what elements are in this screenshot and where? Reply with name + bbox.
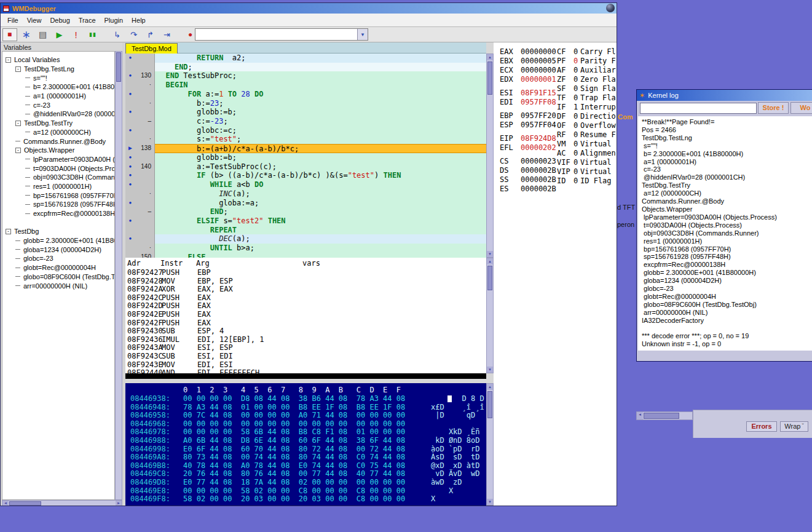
gutter-cell[interactable]: ●: [125, 199, 155, 208]
word-wrap-button[interactable]: Wo: [790, 102, 812, 114]
gutter-cell[interactable]: [125, 226, 155, 235]
tree-item[interactable]: arr=00000000H (NIL): [2, 281, 114, 290]
hex-row[interactable]: 084469D8:E0 77 44 08 18 7A 44 08 02 00 0…: [125, 478, 486, 487]
menu-plugin[interactable]: Plugin: [100, 15, 128, 26]
collapse-box-icon[interactable]: -: [6, 229, 11, 234]
tree-item[interactable]: -TestDbg.TestLng: [2, 65, 114, 74]
settings-button[interactable]: ∗: [19, 28, 34, 41]
disasm-row[interactable]: 08F9242AXOREAX, EAX: [125, 285, 486, 294]
scroll-thumb[interactable]: [487, 62, 492, 95]
code-line[interactable]: · s:="test";: [125, 135, 486, 144]
scroll-right-icon[interactable]: ►: [116, 501, 122, 506]
gutter-cell[interactable]: ●140: [125, 162, 155, 172]
print-button[interactable]: ▤: [36, 28, 50, 41]
scroll-thumb[interactable]: [9, 501, 41, 506]
scroll-up-icon[interactable]: ▲: [487, 258, 493, 264]
code-line[interactable]: ● globb:=b;: [125, 108, 486, 117]
code-line[interactable]: ● RETURN a2;: [125, 54, 486, 63]
hex-row[interactable]: 08446978:00 00 00 00 58 6B 44 08 B8 C8 F…: [125, 428, 486, 437]
gutter-cell[interactable]: ●: [125, 153, 155, 162]
gutter-cell[interactable]: ●: [125, 180, 155, 189]
tree-hscrollbar[interactable]: ◄ ►: [2, 500, 122, 506]
tree-scrollbar[interactable]: [115, 51, 122, 500]
scroll-left-icon[interactable]: ◄: [637, 412, 643, 419]
code-line[interactable]: · b:=23;: [125, 99, 486, 108]
code-line[interactable]: ● WHILE a<b DO: [125, 180, 486, 189]
gutter-cell[interactable]: –: [125, 117, 155, 126]
step-into-button[interactable]: ↳: [110, 28, 125, 41]
tree-item[interactable]: excpfrm=Rec@00000138H: [2, 209, 114, 218]
tree-item[interactable]: obj=0903C3D8H (Commands.Runner): [2, 173, 114, 182]
gutter-cell[interactable]: ·: [125, 81, 155, 90]
tree-item[interactable]: -Local Variables: [2, 55, 114, 65]
store-button[interactable]: Store !: [758, 102, 789, 114]
gutter-cell[interactable]: ·: [125, 189, 155, 199]
errors-button[interactable]: Errors: [746, 421, 777, 432]
tree-item[interactable]: globt=Rec@00000004H: [2, 263, 114, 272]
scroll-thumb[interactable]: [487, 266, 492, 290]
tree-item[interactable]: -Objects.Wrapper: [2, 146, 114, 155]
disasm-row[interactable]: 08F9242CPUSHEAX: [125, 294, 486, 303]
tree-item[interactable]: -TestDbg.TestTry: [2, 119, 114, 128]
scroll-up-icon[interactable]: ▲: [487, 384, 493, 390]
code-scrollbar[interactable]: ▲ ▼: [486, 54, 494, 258]
step-over-button[interactable]: ↷: [127, 28, 141, 41]
wrap-button[interactable]: Wrapˇ: [780, 421, 808, 432]
code-line[interactable]: ● ELSIF s="test2" THEN: [125, 216, 486, 226]
tree-item[interactable]: lpParameter=0903DA00H (Objects.Process): [2, 155, 114, 164]
tree-item[interactable]: a=12 (0000000CH): [2, 128, 114, 137]
code-line[interactable]: · UNTIL b>a;: [125, 244, 486, 253]
code-line[interactable]: · BEGIN: [125, 81, 486, 90]
window-sphere-icon[interactable]: [606, 4, 615, 12]
menu-view[interactable]: View: [23, 15, 46, 26]
log-filter-input[interactable]: [640, 103, 757, 114]
tree-item[interactable]: sp=156761928 (0957FF48H): [2, 200, 114, 209]
scroll-up-icon[interactable]: ▲: [487, 54, 493, 60]
kernel-log-title-bar[interactable]: ✶ Kernel log: [637, 90, 812, 101]
hex-row[interactable]: 084469E8:00 00 00 00 58 02 00 00 C8 00 0…: [125, 487, 486, 496]
menu-trace[interactable]: Trace: [74, 15, 100, 26]
scroll-left-icon[interactable]: ◄: [2, 501, 9, 506]
menu-debug[interactable]: Debug: [45, 15, 74, 26]
tree-item[interactable]: @hiddenIRVar0=28 (0000001CH): [2, 109, 114, 119]
code-line[interactable]: ●130 END TestSubProc;: [125, 71, 486, 81]
pause-button[interactable]: ▮▮: [85, 28, 100, 41]
code-line[interactable]: ● FOR a:=1 TO 28 DO: [125, 90, 486, 99]
tree-item[interactable]: bp=156761968 (0957FF70H): [2, 191, 114, 200]
disasm-row[interactable]: 08F9243AMOVESI, ESP: [125, 344, 486, 352]
command-combobox[interactable]: ▼: [195, 28, 368, 41]
tree-item[interactable]: a=1 (00000001H): [2, 92, 114, 101]
collapse-box-icon[interactable]: -: [15, 148, 21, 153]
hex-row[interactable]: 08446938:00 00 00 00 D8 08 44 08 38 B6 4…: [125, 395, 486, 403]
gutter-cell[interactable]: ·: [125, 99, 155, 108]
hex-cursor[interactable]: [447, 395, 452, 402]
gutter-cell[interactable]: ●: [125, 126, 155, 135]
code-line[interactable]: · INC(a);: [125, 189, 486, 199]
scroll-down-icon[interactable]: ▼: [487, 499, 493, 505]
code-line[interactable]: ● DEC(a);: [125, 234, 486, 244]
code-line[interactable]: END;: [125, 63, 486, 72]
scroll-thumb[interactable]: [644, 413, 679, 419]
menu-help[interactable]: Help: [127, 15, 150, 26]
background-window-hscrollbar[interactable]: ◄: [636, 411, 693, 420]
code-line[interactable]: ● IF (b> ((a-b)/c*a-(a-b)/b*c) )&(s="tes…: [125, 171, 486, 180]
code-line[interactable]: ●140 a:=TestSubProc(c);: [125, 162, 486, 172]
hex-row[interactable]: 08446988:A0 6B 44 08 D8 6E 44 08 60 6F 4…: [125, 437, 486, 445]
tree-item[interactable]: Commands.Runner.@Body: [2, 137, 114, 146]
gutter-cell[interactable]: ●: [125, 216, 155, 226]
gutter-cell[interactable]: ●: [125, 171, 155, 180]
tree-item[interactable]: t=0903DA00H (Objects.Process): [2, 164, 114, 173]
tree-item[interactable]: res=1 (00000001H): [2, 182, 114, 191]
code-line[interactable]: – c:=-23;: [125, 117, 486, 126]
gutter-cell[interactable]: [125, 63, 155, 72]
tree-item[interactable]: globo=08F9C600H (TestDbg.TestObj): [2, 272, 114, 282]
gutter-cell[interactable]: 150: [125, 253, 155, 258]
gutter-cell[interactable]: ►138: [125, 144, 155, 153]
disassembly-view[interactable]: AdrInstrArgvars 08F92427PUSHEBP08F92428M…: [125, 258, 486, 373]
disasm-row[interactable]: 08F92440ANDEDI, FFFFFFFCH: [125, 369, 486, 373]
disasm-row[interactable]: 08F92436IMULEDI, 12[EBP], 1: [125, 336, 486, 344]
tree-item[interactable]: globa=1234 (000004D2H): [2, 245, 114, 254]
scroll-down-icon[interactable]: ▼: [487, 251, 493, 257]
hex-row[interactable]: 084469C8:20 76 44 08 80 76 44 08 00 77 4…: [125, 470, 486, 478]
gutter-cell[interactable]: ●: [125, 108, 155, 117]
